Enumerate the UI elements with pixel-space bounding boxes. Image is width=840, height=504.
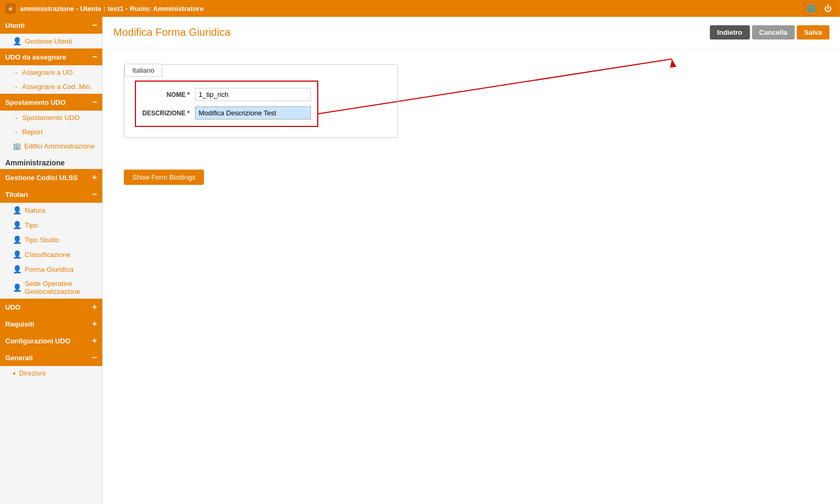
form-row-nome: NOME * <box>142 88 311 101</box>
nome-label: NOME * <box>142 91 195 98</box>
indietro-button[interactable]: Indietro <box>710 25 750 39</box>
sidebar-section-generali[interactable]: Generali − <box>0 349 102 366</box>
sidebar-section-configurazioni-udo[interactable]: Configurazioni UDO + <box>0 332 102 349</box>
cancella-button[interactable]: Cancella <box>752 25 795 39</box>
page-title: Modifica Forma Giuridica <box>113 26 230 38</box>
person-icon: 👤 <box>13 283 22 292</box>
tab-label[interactable]: Italiano <box>124 64 162 77</box>
sidebar-item-sede-operative[interactable]: 👤 Sede Operative Geolocalizzazione <box>0 276 102 299</box>
main-content: Modifica Forma Giuridica Indietro Cancel… <box>103 17 840 504</box>
header-buttons: Indietro Cancella Salva <box>710 25 829 39</box>
form-row-descrizione: DESCRIZIONE * <box>142 106 311 120</box>
sidebar-item-tipo[interactable]: 👤 Tipo <box>0 218 102 232</box>
sidebar-section-udo[interactable]: UDO + <box>0 299 102 315</box>
title-bar: « amministrazione - Utente : test1 - Ruo… <box>0 0 840 17</box>
person-icon: 👤 <box>13 37 22 45</box>
sidebar-section-requisiti[interactable]: Requisiti + <box>0 315 102 332</box>
globe-button[interactable]: 🌐 <box>804 2 818 15</box>
sidebar-section-udo-assegnare[interactable]: UDO da assegnare − <box>0 48 102 65</box>
form-panel: Italiano NOME * DESCRIZIONE * <box>124 64 398 138</box>
sidebar-section-spostamento-udo[interactable]: Spostamento UDO − <box>0 94 102 111</box>
person-icon: 👤 <box>13 250 22 259</box>
nome-input[interactable] <box>195 88 311 101</box>
main-header: Modifica Forma Giuridica Indietro Cancel… <box>103 17 840 48</box>
sidebar-item-direzioni[interactable]: ● Direzioni <box>0 366 102 380</box>
person-icon: 👤 <box>13 206 22 214</box>
descrizione-label: DESCRIZIONE * <box>142 110 195 117</box>
salva-button[interactable]: Salva <box>797 25 829 39</box>
sidebar-item-gestione-utenti[interactable]: 👤 Gestione Utenti <box>0 34 102 48</box>
sidebar-item-assegnare-uo[interactable]: → Assegnare a UO <box>0 65 102 80</box>
building-icon: 🏢 <box>13 142 21 150</box>
person-icon: 👤 <box>13 235 22 244</box>
person-icon: 👤 <box>13 221 22 229</box>
arrow-icon: → <box>13 114 19 122</box>
arrow-icon: → <box>13 129 19 136</box>
sidebar-section-gestione-codici-ulss[interactable]: Gestione Codici ULSS + <box>0 169 102 186</box>
descrizione-input[interactable] <box>195 106 311 120</box>
title-bar-title: amministrazione - Utente : test1 - Ruolo… <box>20 5 203 13</box>
arrow-icon: → <box>13 83 19 91</box>
arrow-icon: → <box>13 69 19 76</box>
back-icon[interactable]: « <box>5 3 16 14</box>
show-form-bindings-button[interactable]: Show Form Bindings <box>124 170 204 185</box>
sidebar-item-spostamento-udo[interactable]: → Spostamento UDO <box>0 111 102 125</box>
form-area: Italiano NOME * DESCRIZIONE * <box>103 48 840 201</box>
sidebar-section-utenti[interactable]: Utenti − <box>0 17 102 34</box>
sidebar-section-titolari[interactable]: Titolari − <box>0 186 102 203</box>
form-inner: NOME * DESCRIZIONE * <box>135 81 318 127</box>
sidebar-item-classificazione[interactable]: 👤 Classificazione <box>0 247 102 262</box>
sidebar-item-forma-giuridica[interactable]: 👤 Forma Giuridica <box>0 262 102 276</box>
sidebar-item-edifici[interactable]: 🏢 Edifici Amministrazione <box>0 139 102 153</box>
sidebar-item-report[interactable]: → Report <box>0 125 102 139</box>
dot-icon: ● <box>13 370 16 376</box>
sidebar-item-natura[interactable]: 👤 Natura <box>0 203 102 218</box>
sidebar: Utenti − 👤 Gestione Utenti UDO da assegn… <box>0 17 103 504</box>
power-button[interactable]: ⏻ <box>821 2 835 15</box>
person-icon: 👤 <box>13 265 22 273</box>
sidebar-item-tipo-studio[interactable]: 👤 Tipo Studio <box>0 232 102 247</box>
sidebar-plain-label-amministrazione: Amministrazione <box>0 153 102 169</box>
sidebar-item-assegnare-cod-min[interactable]: → Assegnare a Cod. Min. <box>0 80 102 94</box>
